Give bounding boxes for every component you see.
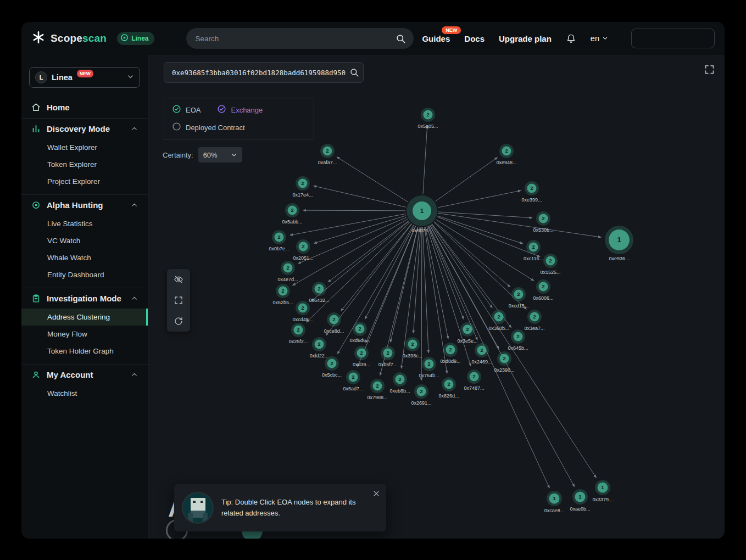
graph-node[interactable]: 20x1525...	[540, 254, 560, 275]
scopescan-logo-icon	[31, 30, 46, 47]
graph-node[interactable]: 20x4e7d...	[277, 261, 298, 282]
nav-upgrade-plan[interactable]: Upgrade plan	[499, 34, 552, 43]
legend-exchange[interactable]: Exchange	[217, 104, 263, 115]
graph-node[interactable]: 20xafa7...	[318, 144, 337, 165]
topbar-action-box[interactable]	[631, 29, 715, 48]
sidebar-item-vc-watch[interactable]: VC Watch	[21, 232, 148, 249]
sidebar-item-entity-dashboard[interactable]: Entity Dashboard	[21, 266, 148, 283]
graph-node[interactable]: 20x7988...	[367, 379, 387, 400]
graph-node[interactable]: 20xe399...	[521, 181, 542, 203]
graph-node[interactable]: 20x5abb...	[282, 203, 302, 225]
graph-node[interactable]: 20xeb8b...	[389, 372, 410, 394]
graph-node[interactable]: 20x3ea7...	[524, 310, 544, 331]
notifications-bell-icon[interactable]	[566, 33, 576, 44]
legend-eoa[interactable]: EOA	[172, 104, 201, 115]
sidebar-item-whale-watch[interactable]: Whale Watch	[21, 249, 148, 266]
svg-text:1: 1	[420, 208, 424, 214]
graph-node[interactable]: 20xfd22...	[310, 337, 329, 359]
svg-text:2: 2	[297, 327, 299, 333]
chain-selector[interactable]: L Linea NEW	[29, 67, 140, 88]
graph-node[interactable]: 20x826d...	[438, 377, 459, 399]
certainty-select[interactable]: 60%	[198, 147, 242, 163]
graph-canvas[interactable]: 10x5076...20x5a05...20xafa7...20xe948...…	[148, 55, 725, 539]
search-icon[interactable]	[349, 68, 359, 80]
graph-node[interactable]: 20x764b...	[419, 357, 439, 378]
graph-node-label: 0xd8d9...	[440, 359, 460, 364]
global-search-input[interactable]	[194, 34, 396, 43]
close-icon[interactable]	[372, 490, 380, 500]
graph-node[interactable]: 20x5cbc...	[322, 356, 342, 378]
graph-node[interactable]: 20x6006...	[533, 279, 553, 301]
section-head-account[interactable]: My Account	[21, 365, 148, 385]
graph-node[interactable]: 20x6432...	[309, 282, 329, 303]
sidebar-item-money-flow[interactable]: Money Flow	[21, 326, 148, 343]
graph-node[interactable]: 20x62b5...	[272, 284, 293, 305]
graph-node-label: 0x5a05...	[417, 124, 438, 129]
logo[interactable]: Scopescan Linea	[31, 30, 154, 47]
home-icon	[31, 103, 41, 112]
fit-view-expand-icon[interactable]	[167, 290, 190, 311]
graph-node-label: 0x2390...	[494, 367, 514, 373]
graph-node[interactable]: 20x2469...	[471, 343, 492, 365]
sidebar-item-wallet-explorer[interactable]: Wallet Explorer	[21, 139, 148, 156]
graph-node[interactable]: 20xd8d9...	[440, 343, 460, 364]
sidebar-item-project-explorer[interactable]: Project Explorer	[21, 173, 148, 190]
graph-node[interactable]: 20xb5f7...	[378, 346, 398, 367]
tip-avatar	[182, 492, 214, 524]
graph-node[interactable]: 20xe948...	[496, 144, 516, 165]
graph-node[interactable]: 20x25f2...	[289, 323, 308, 344]
sidebar-item-token-holder-graph[interactable]: Token Holder Graph	[21, 343, 148, 360]
chevron-down-icon	[602, 34, 608, 43]
sidebar-item-home[interactable]: Home	[21, 97, 148, 118]
graph-node[interactable]: 20x7487...	[464, 369, 484, 391]
graph-node[interactable]: 20xcd48...	[293, 301, 313, 322]
graph-node[interactable]: 20xd39...	[353, 346, 370, 367]
address-search-box[interactable]	[164, 62, 364, 83]
graph-node[interactable]: 20x5a05...	[417, 108, 438, 129]
graph-node[interactable]: 10xae0b...	[570, 489, 590, 512]
graph-node[interactable]: 20xc116...	[524, 240, 543, 261]
nav-docs[interactable]: Docs	[464, 34, 485, 43]
nav-guides[interactable]: Guides NEW	[422, 34, 450, 43]
graph-node-label: 0x5ad7...	[343, 386, 363, 391]
svg-text:2: 2	[291, 208, 293, 213]
graph-node[interactable]: 20x5ad7...	[343, 370, 363, 391]
address-search-input[interactable]	[171, 68, 347, 77]
graph-node[interactable]: 20xcd15...	[509, 287, 529, 309]
sidebar-item-token-explorer[interactable]: Token Explorer	[21, 156, 148, 173]
hide-labels-eye-off-icon[interactable]	[167, 269, 190, 290]
chevron-down-icon	[231, 152, 237, 158]
language-selector[interactable]: en	[591, 34, 608, 43]
graph-node[interactable]: 10xcae8...	[544, 491, 565, 513]
graph-node[interactable]: 20x398c...	[403, 337, 423, 359]
svg-text:2: 2	[420, 389, 422, 394]
section-head-investigation[interactable]: Investigation Mode	[21, 288, 148, 309]
graph-node[interactable]: 20x17e4...	[292, 176, 313, 198]
graph-node-label: 0x2051...	[293, 255, 313, 261]
graph-node-label: 0x3ea7...	[524, 326, 544, 331]
graph-node[interactable]: 20x2051...	[293, 239, 313, 261]
section-discovery-mode: Discovery Mode Wallet Explorer Token Exp…	[21, 118, 148, 194]
svg-text:2: 2	[318, 286, 320, 292]
refresh-icon[interactable]	[167, 311, 190, 332]
graph-node[interactable]: 20x2390...	[494, 351, 514, 373]
global-search[interactable]	[186, 28, 414, 49]
graph-node[interactable]: 20x0b7e...	[269, 230, 289, 251]
graph-node[interactable]: 20x645b...	[508, 329, 528, 351]
section-head-alpha[interactable]: Alpha Hunting	[21, 195, 148, 215]
graph-node[interactable]: 20x2691...	[411, 384, 431, 406]
sidebar-item-watchlist[interactable]: Watchlist	[21, 385, 148, 402]
search-icon[interactable]	[396, 33, 406, 44]
sidebar-item-live-statistics[interactable]: Live Statistics	[21, 215, 148, 232]
sidebar-item-address-clustering[interactable]: Address Clustering	[21, 309, 148, 326]
fullscreen-icon[interactable]	[704, 64, 715, 77]
graph-node[interactable]: 10xe936...	[605, 226, 633, 261]
graph-node[interactable]: 20xd6d6...	[349, 322, 370, 343]
graph-node[interactable]: 20x530b...	[533, 211, 553, 233]
sidebar-item-label: Home	[47, 103, 70, 112]
svg-text:2: 2	[411, 341, 414, 347]
legend-deployed-contract[interactable]: Deployed Contract	[172, 122, 245, 133]
section-head-discovery[interactable]: Discovery Mode	[21, 119, 148, 139]
graph-node[interactable]: 10x3379...	[592, 480, 613, 502]
svg-text:2: 2	[427, 361, 430, 367]
